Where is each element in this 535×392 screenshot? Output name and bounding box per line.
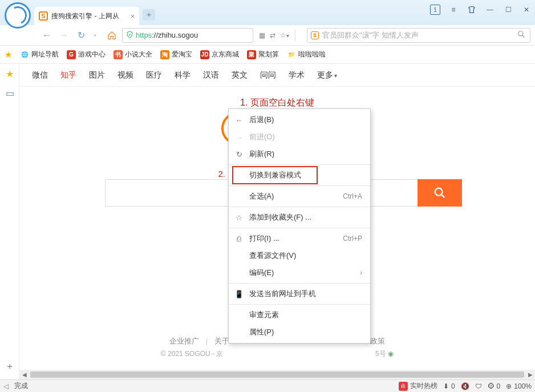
nav-item[interactable]: 英文 (232, 70, 248, 80)
footer-about-link[interactable]: 关于 (214, 337, 229, 345)
menu-separator (229, 185, 370, 186)
menu-item[interactable]: 编码(E)› (229, 264, 370, 281)
scroll-right-icon[interactable]: ▶ (525, 371, 535, 378)
menu-item[interactable]: 📱发送当前网址到手机 (229, 285, 370, 302)
horizontal-scrollbar[interactable]: ◀ ▶ (19, 370, 535, 379)
nav-item[interactable]: 知乎 (60, 70, 76, 80)
menu-shortcut: Ctrl+A (343, 192, 362, 200)
search-icon[interactable] (517, 30, 525, 40)
menu-item[interactable]: ←后退(B) (229, 111, 370, 128)
bookmark-item[interactable]: 📁啦啦啦啦 (287, 50, 326, 59)
titlebar: S 搜狗搜索引擎 - 上网从 × ＋ 1 ≡ — ☐ ✕ (0, 0, 535, 25)
address-bar: ← → ↻ ▾ https://zhihu.sogou ▦ ⇄ ☆▾ S 官员回… (0, 25, 535, 46)
bookmark-item[interactable]: G游戏中心 (67, 50, 106, 59)
scroll-left-icon[interactable]: ◀ (19, 371, 29, 378)
reload-button[interactable]: ↻ (74, 29, 88, 42)
translate-icon[interactable]: ⇄ (270, 31, 275, 39)
main-search-button[interactable] (418, 179, 462, 207)
sogou-icon: S (39, 11, 48, 21)
collapse-icon[interactable]: ◁ (3, 382, 9, 390)
window-controls: 1 ≡ — ☐ ✕ (430, 5, 532, 15)
rail-read-icon[interactable]: ▭ (0, 83, 19, 103)
search-field[interactable]: S 官员回群众"滚"字 知情人发声 (307, 28, 530, 43)
menu-item-label: 属性(P) (249, 327, 274, 337)
menu-item-label: 打印(I) ... (249, 233, 279, 244)
nav-item[interactable]: 视频 (117, 70, 133, 80)
side-rail: ★ ▭ ＋ (0, 64, 19, 379)
nav-item[interactable]: 问问 (260, 70, 276, 80)
maximize-icon[interactable]: ☐ (503, 5, 513, 15)
menu-item[interactable]: ⎙打印(I) ...Ctrl+P (229, 230, 370, 247)
nav-item[interactable]: 微信 (32, 70, 48, 80)
menu-item[interactable]: ↻刷新(R) (229, 146, 370, 163)
bolt-icon: ⭙ (488, 382, 495, 390)
forward-button[interactable]: → (57, 29, 71, 42)
mute-icon[interactable]: 🔇 (461, 382, 469, 390)
reload-dropdown-icon[interactable]: ▾ (88, 29, 102, 42)
menu-item[interactable]: 属性(P) (229, 324, 370, 341)
bookmark-icon: 📁 (287, 50, 296, 59)
bookmark-label: 聚划算 (258, 50, 279, 59)
menu-item-icon: ⎙ (234, 235, 244, 243)
footer-policy-link[interactable]: 政策 (370, 337, 385, 345)
svg-point-0 (518, 31, 523, 36)
new-tab-button[interactable]: ＋ (143, 9, 155, 21)
menu-item[interactable]: 审查元素 (229, 306, 370, 324)
nav-item[interactable]: 医疗 (146, 70, 162, 80)
back-button[interactable]: ← (40, 29, 54, 42)
nav-item[interactable]: 汉语 (203, 70, 219, 80)
bookmark-item[interactable]: 聚聚划算 (247, 50, 279, 59)
bookmark-icon: 聚 (247, 50, 256, 59)
browser-tab[interactable]: S 搜狗搜索引擎 - 上网从 × (34, 7, 139, 25)
menu-item-icon: ← (234, 116, 244, 124)
window-count-icon[interactable]: 1 (430, 5, 440, 15)
hot-badge-icon: ılı (399, 382, 408, 391)
minimize-icon[interactable]: — (485, 5, 495, 15)
bookmark-item[interactable]: 书小说大全 (114, 50, 152, 59)
block-icon[interactable]: 🛡 (475, 382, 482, 390)
nav-item[interactable]: 学术 (289, 70, 305, 80)
nav-item[interactable]: 更多 (317, 70, 337, 80)
close-icon[interactable]: ✕ (521, 5, 532, 15)
bookmark-icon: 淘 (160, 50, 169, 59)
menu-item-icon: 📱 (234, 290, 244, 298)
menu-item-label: 编码(E) (249, 268, 274, 278)
favorites-star-icon[interactable]: ★ (5, 50, 12, 60)
home-button[interactable] (105, 29, 119, 42)
menu-item-label: 后退(B) (249, 115, 274, 125)
bookmark-item[interactable]: JD京东商城 (200, 50, 239, 59)
nav-item[interactable]: 科学 (175, 70, 191, 80)
skin-icon[interactable] (467, 5, 477, 15)
zoom-indicator[interactable]: ⊕100% (506, 382, 532, 390)
tab-close-icon[interactable]: × (131, 12, 135, 21)
menu-shortcut: Ctrl+P (343, 235, 362, 243)
bookmark-label: 爱淘宝 (172, 50, 192, 59)
menu-item[interactable]: ☆添加到收藏夹(F) ... (229, 209, 370, 226)
menu-item[interactable]: 查看源文件(V) (229, 247, 370, 264)
status-bar: ◁ 完成 ılı实时热榜 ⬇0 🔇 🛡 ⭙0 ⊕100% (0, 379, 535, 392)
speed-indicator[interactable]: ⭙0 (488, 382, 501, 390)
download-indicator[interactable]: ⬇0 (443, 382, 455, 390)
search-placeholder: 官员回群众"滚"字 知情人发声 (322, 30, 419, 41)
hot-rank[interactable]: ılı实时热榜 (399, 381, 437, 391)
browser-logo[interactable] (0, 0, 34, 34)
bookmark-icon: 书 (114, 50, 123, 59)
menu-item[interactable]: 全选(A)Ctrl+A (229, 188, 370, 205)
footer-promo-link[interactable]: 企业推广 (169, 337, 199, 345)
qr-icon[interactable]: ▦ (259, 31, 265, 39)
bookmark-item[interactable]: 淘爱淘宝 (160, 50, 192, 59)
nav-item[interactable]: 图片 (89, 70, 105, 80)
menu-item-label: 查看源文件(V) (249, 250, 296, 261)
rail-star-icon[interactable]: ★ (0, 64, 19, 83)
rail-add-button[interactable]: ＋ (0, 357, 19, 376)
menu-item[interactable]: 切换到兼容模式2. (229, 167, 370, 184)
bookmark-icon: 🌐 (20, 50, 29, 59)
bookmark-item[interactable]: 🌐网址导航 (20, 50, 59, 59)
submenu-arrow-icon: › (360, 269, 362, 277)
scroll-thumb[interactable] (30, 371, 524, 378)
url-field[interactable]: https://zhihu.sogou (122, 28, 253, 43)
status-text: 完成 (14, 381, 28, 391)
menu-item-label: 切换到兼容模式 (249, 170, 301, 180)
menu-icon[interactable]: ≡ (448, 5, 459, 15)
star-dropdown-icon[interactable]: ☆▾ (280, 31, 289, 39)
